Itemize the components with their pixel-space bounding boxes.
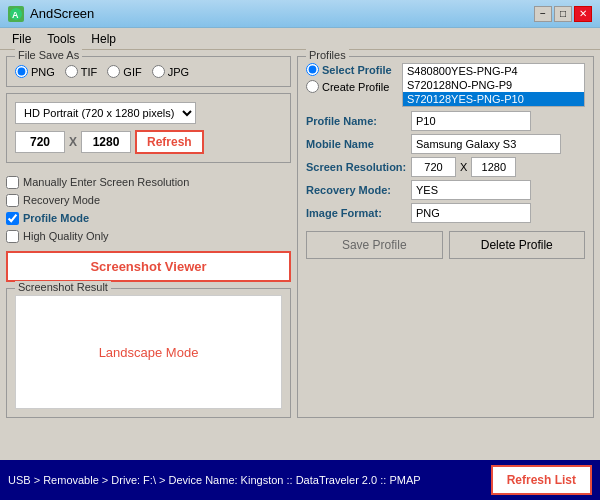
file-save-as-group: File Save As PNG TIF GIF JPG	[6, 56, 291, 87]
screenshot-result-group: Screenshot Result Landscape Mode	[6, 288, 291, 418]
create-profile-label: Create Profile	[322, 81, 389, 93]
resolution-row: X Refresh	[15, 130, 282, 154]
profiles-group: Profiles Select Profile Create Profile S…	[297, 56, 594, 418]
left-panel: File Save As PNG TIF GIF JPG HD Portrai	[6, 56, 291, 418]
select-profile-label: Select Profile	[322, 64, 392, 76]
recovery-mode-input[interactable]	[411, 180, 531, 200]
profile-item-1[interactable]: S720128NO-PNG-P9	[403, 78, 584, 92]
menubar: File Tools Help	[0, 28, 600, 50]
x-separator: X	[69, 135, 77, 149]
titlebar-left: A AndScreen	[8, 6, 94, 22]
field-recovery-mode: Recovery Mode:	[306, 180, 585, 200]
profile-radio-section: Select Profile Create Profile S480800YES…	[306, 63, 585, 107]
profile-action-buttons: Save Profile Delete Profile	[306, 231, 585, 259]
profiles-label: Profiles	[306, 49, 349, 61]
delete-profile-button[interactable]: Delete Profile	[449, 231, 586, 259]
profile-item-2[interactable]: S720128YES-PNG-P10	[403, 92, 584, 106]
res-x-label: X	[460, 161, 467, 173]
profile-name-label: Profile Name:	[306, 115, 411, 127]
resolution-dropdown[interactable]: HD Portrait (720 x 1280 pixels)	[15, 102, 196, 124]
window-title: AndScreen	[30, 6, 94, 21]
window-controls: − □ ✕	[534, 6, 592, 22]
profile-list[interactable]: S480800YES-PNG-P4 S720128NO-PNG-P9 S7201…	[402, 63, 585, 107]
create-profile-radio[interactable]: Create Profile	[306, 80, 396, 93]
image-format-label: Image Format:	[306, 207, 411, 219]
screen-res-inputs: X	[411, 157, 516, 177]
titlebar: A AndScreen − □ ✕	[0, 0, 600, 28]
maximize-button[interactable]: □	[554, 6, 572, 22]
close-button[interactable]: ✕	[574, 6, 592, 22]
image-format-input[interactable]	[411, 203, 531, 223]
resolution-group: HD Portrait (720 x 1280 pixels) X Refres…	[6, 93, 291, 163]
main-content: File Save As PNG TIF GIF JPG HD Portrai	[0, 50, 600, 424]
menu-help[interactable]: Help	[83, 30, 124, 48]
format-jpg[interactable]: JPG	[152, 65, 189, 78]
cb-high-quality-label: High Quality Only	[23, 227, 109, 245]
save-profile-button[interactable]: Save Profile	[306, 231, 443, 259]
app-icon: A	[8, 6, 24, 22]
cb-manually-enter: Manually Enter Screen Resolution	[6, 173, 291, 191]
field-image-format: Image Format:	[306, 203, 585, 223]
height-input[interactable]	[81, 131, 131, 153]
status-text: USB > Removable > Drive: F:\ > Device Na…	[8, 474, 421, 486]
select-profile-radio[interactable]: Select Profile	[306, 63, 396, 76]
refresh-list-button[interactable]: Refresh List	[491, 465, 592, 495]
screen-resolution-label: Screen Resolution:	[306, 161, 411, 173]
format-png[interactable]: PNG	[15, 65, 55, 78]
cb-recovery-mode-input[interactable]	[6, 194, 19, 207]
format-tif[interactable]: TIF	[65, 65, 98, 78]
cb-manually-enter-input[interactable]	[6, 176, 19, 189]
format-gif[interactable]: GIF	[107, 65, 141, 78]
profile-width-input[interactable]	[411, 157, 456, 177]
screenshot-result-label: Screenshot Result	[15, 281, 111, 293]
checkbox-section: Manually Enter Screen Resolution Recover…	[6, 173, 291, 245]
mobile-name-input[interactable]	[411, 134, 561, 154]
profile-item-0[interactable]: S480800YES-PNG-P4	[403, 64, 584, 78]
field-mobile-name: Mobile Name	[306, 134, 585, 154]
menu-file[interactable]: File	[4, 30, 39, 48]
profile-radios: Select Profile Create Profile	[306, 63, 396, 107]
screenshot-canvas: Landscape Mode	[15, 295, 282, 409]
profile-height-input[interactable]	[471, 157, 516, 177]
mobile-name-label: Mobile Name	[306, 138, 411, 150]
screenshot-viewer-button[interactable]: Screenshot Viewer	[6, 251, 291, 282]
cb-recovery-mode-label: Recovery Mode	[23, 191, 100, 209]
cb-profile-mode-input[interactable]	[6, 212, 19, 225]
format-radio-group: PNG TIF GIF JPG	[15, 65, 282, 78]
field-screen-resolution: Screen Resolution: X	[306, 157, 585, 177]
menu-tools[interactable]: Tools	[39, 30, 83, 48]
cb-high-quality: High Quality Only	[6, 227, 291, 245]
status-bar: USB > Removable > Drive: F:\ > Device Na…	[0, 460, 600, 500]
recovery-mode-label: Recovery Mode:	[306, 184, 411, 196]
refresh-button[interactable]: Refresh	[135, 130, 204, 154]
cb-high-quality-input[interactable]	[6, 230, 19, 243]
file-save-as-label: File Save As	[15, 49, 82, 61]
right-panel: Profiles Select Profile Create Profile S…	[297, 56, 594, 418]
profile-name-input[interactable]	[411, 111, 531, 131]
landscape-mode-text: Landscape Mode	[99, 345, 199, 360]
cb-profile-mode: Profile Mode	[6, 209, 291, 227]
minimize-button[interactable]: −	[534, 6, 552, 22]
svg-text:A: A	[12, 10, 19, 20]
cb-manually-enter-label: Manually Enter Screen Resolution	[23, 173, 189, 191]
cb-profile-mode-label: Profile Mode	[23, 209, 89, 227]
width-input[interactable]	[15, 131, 65, 153]
field-profile-name: Profile Name:	[306, 111, 585, 131]
cb-recovery-mode: Recovery Mode	[6, 191, 291, 209]
